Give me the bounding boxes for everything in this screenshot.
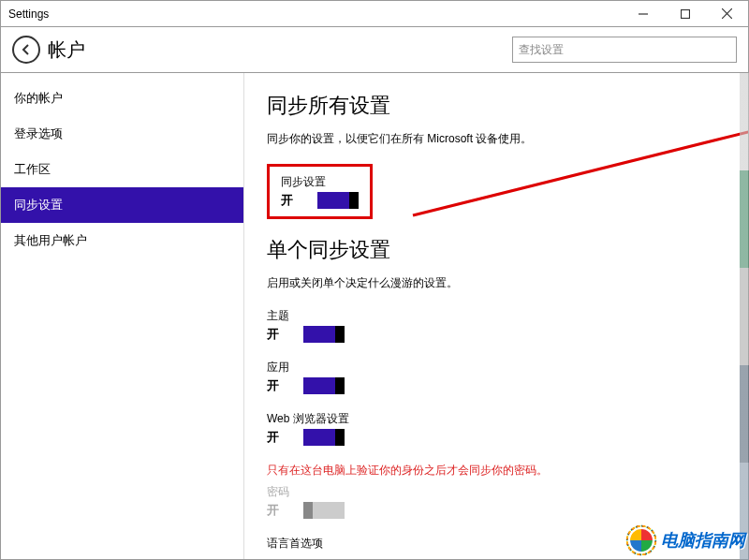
section-sync-all-desc: 同步你的设置，以便它们在所有 Microsoft 设备使用。 [267,131,726,147]
sidebar-item-label: 你的帐户 [14,90,63,107]
section-individual-title: 单个同步设置 [267,236,726,264]
password-warning-text: 只有在这台电脑上验证你的身份之后才会同步你的密码。 [267,463,726,479]
setting-password: 密码 开 [267,484,726,519]
toggle-state-text: 开 [281,192,293,209]
toggle-knob [335,429,345,446]
maximize-button[interactable] [664,1,706,27]
sidebar-item-work-access[interactable]: 工作区 [1,152,243,187]
toggle-sync-master[interactable] [317,192,359,209]
setting-label-sync-master: 同步设置 [281,174,359,190]
minimize-button[interactable] [622,1,664,27]
toggle-knob [335,377,345,394]
search-placeholder: 查找设置 [519,42,564,58]
toggle-password[interactable] [303,502,345,519]
toggle-apps[interactable] [303,377,345,394]
sidebar-item-label: 其他用户帐户 [14,232,87,249]
section-sync-all-title: 同步所有设置 [267,92,726,120]
toggle-knob [303,502,313,519]
watermark: 电脑指南网 [625,524,745,556]
sidebar-item-sync-settings[interactable]: 同步设置 [1,187,243,223]
toggle-web-browser[interactable] [303,429,345,446]
watermark-text: 电脑指南网 [661,529,745,552]
setting-label: 密码 [267,484,726,500]
page-title: 帐户 [48,37,512,63]
annotation-highlight-box: 同步设置 开 [267,164,373,219]
sidebar-item-label: 工作区 [14,161,51,178]
content-pane: 同步所有设置 同步你的设置，以便它们在所有 Microsoft 设备使用。 同步… [244,73,748,559]
setting-apps: 应用 开 [267,360,726,394]
search-input[interactable]: 查找设置 [512,37,737,63]
sidebar-item-label: 登录选项 [14,125,63,142]
setting-label: Web 浏览器设置 [267,411,726,427]
window-titlebar: Settings [0,0,749,26]
setting-label: 应用 [267,360,726,376]
window-title: Settings [8,7,622,21]
sidebar-item-other-users[interactable]: 其他用户帐户 [1,223,243,258]
setting-label: 主题 [267,308,726,324]
window-buttons [622,1,748,27]
toggle-state-text: 开 [267,502,279,519]
toggle-theme[interactable] [303,326,345,343]
close-button[interactable] [706,1,748,27]
setting-web-browser: Web 浏览器设置 开 [267,411,726,446]
sidebar-item-signin-options[interactable]: 登录选项 [1,116,243,152]
sidebar-item-your-account[interactable]: 你的帐户 [1,81,243,116]
sidebar-item-label: 同步设置 [14,197,63,214]
section-individual-desc: 启用或关闭单个决定什么漫游的设置。 [267,275,726,291]
header-bar: 帐户 查找设置 [0,26,749,73]
setting-row-sync-master: 开 [281,192,359,209]
toggle-state-text: 开 [267,326,279,343]
setting-theme: 主题 开 [267,308,726,343]
back-button[interactable] [12,36,40,64]
body: 你的帐户 登录选项 工作区 同步设置 其他用户帐户 同步所有设置 同步你的设置，… [0,73,749,560]
svg-rect-1 [681,9,689,18]
sidebar: 你的帐户 登录选项 工作区 同步设置 其他用户帐户 [1,73,244,559]
toggle-state-text: 开 [267,429,279,446]
toggle-knob [349,192,359,209]
edge-artifact [740,73,749,560]
toggle-knob [335,326,345,343]
watermark-logo-icon [625,524,657,556]
toggle-state-text: 开 [267,377,279,394]
